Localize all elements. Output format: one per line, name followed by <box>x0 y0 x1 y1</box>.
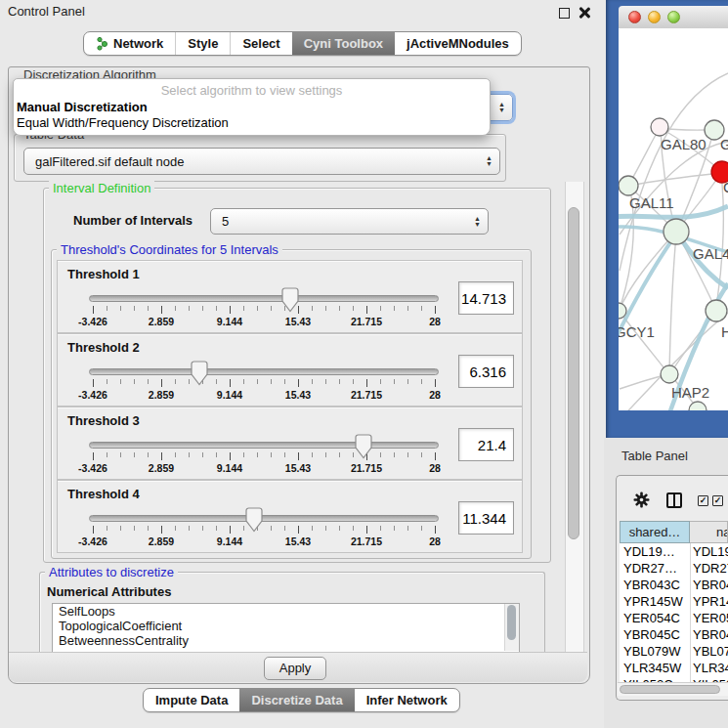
algorithm-option-equal-width[interactable]: Equal Width/Frequency Discretization <box>14 115 490 131</box>
threshold-value-field[interactable]: 6.316 <box>458 355 514 388</box>
cell-shared-name[interactable]: YBR043C <box>620 577 691 593</box>
cell-shared-name[interactable]: YER054C <box>620 610 691 626</box>
cell-name[interactable]: YLR345W <box>691 660 728 676</box>
zoom-traffic-light[interactable] <box>667 11 680 23</box>
close-icon[interactable] <box>578 7 590 19</box>
network-canvas[interactable]: GAL80GACGAL11GAL4GCY1HHAP2 <box>619 28 728 410</box>
tab-cyni-toolbox[interactable]: Cyni Toolbox <box>292 32 395 55</box>
table-row[interactable]: YDR27…YDR27… <box>620 560 728 577</box>
slider-handle[interactable] <box>191 361 208 386</box>
node-right-h[interactable] <box>706 300 727 321</box>
gear-icon[interactable] <box>633 492 650 508</box>
algorithm-option-manual[interactable]: Manual Discretization <box>14 100 490 115</box>
cell-shared-name[interactable]: YBR045C <box>620 626 691 643</box>
network-edge[interactable] <box>669 235 676 372</box>
table-row[interactable]: YBR045CYBR045C <box>620 626 728 643</box>
threshold-value-field[interactable]: 11.344 <box>458 501 514 535</box>
cell-shared-name[interactable]: YDL19… <box>620 543 691 560</box>
tab-label: Select <box>242 36 279 51</box>
network-window-titlebar[interactable] <box>619 6 728 29</box>
slider-handle[interactable] <box>245 507 263 533</box>
table-data-combobox[interactable]: galFiltered.sif default node ▲▼ <box>23 148 500 175</box>
tab-select[interactable]: Select <box>230 32 291 55</box>
node-gal4[interactable] <box>664 219 689 244</box>
cell-name[interactable]: YDR27… <box>691 560 728 577</box>
slider-track[interactable] <box>89 368 439 375</box>
tab-network[interactable]: Network <box>84 32 175 55</box>
cyni-bottom-tabs: Impute DataDiscretize DataInfer Network <box>143 688 460 712</box>
threshold-panel-1: Threshold 1-3.4262.8599.14415.4321.71528… <box>57 260 523 333</box>
slider-ticks <box>93 306 435 316</box>
slider-tick-labels: -3.4262.8599.14415.4321.71528 <box>93 316 435 327</box>
slider-ticks <box>93 379 435 389</box>
float-window-icon[interactable] <box>559 8 570 19</box>
number-of-intervals-combobox[interactable]: 5 ▲▼ <box>210 208 489 235</box>
attribute-list-item[interactable]: SelfLoops <box>53 604 519 619</box>
threshold-panel-2: Threshold 2-3.4262.8599.14415.4321.71528… <box>57 333 523 407</box>
cell-name[interactable]: YBL079W <box>691 643 728 660</box>
node-gal11[interactable] <box>619 176 638 195</box>
minimize-traffic-light[interactable] <box>648 11 661 23</box>
panel-scrollbar[interactable] <box>565 182 584 652</box>
threshold-label: Threshold 4 <box>67 487 140 501</box>
network-edge[interactable] <box>620 234 674 310</box>
cell-name[interactable]: YPR145W <box>691 593 728 610</box>
slider-tick-labels: -3.4262.8599.14415.4321.71528 <box>93 389 435 401</box>
bottom-tab-discretize-data[interactable]: Discretize Data <box>239 689 354 711</box>
tab-jactivemnodules[interactable]: jActiveMNodules <box>395 32 521 55</box>
stepper-arrows-icon: ▲▼ <box>494 102 512 113</box>
bottom-tab-impute-data[interactable]: Impute Data <box>144 689 239 711</box>
close-traffic-light[interactable] <box>628 11 641 23</box>
apply-button[interactable]: Apply <box>264 657 326 680</box>
table-row[interactable]: YLR345WYLR345W <box>620 660 728 676</box>
table-row[interactable]: YER054CYER054C <box>620 610 728 626</box>
column-header-shared-name[interactable]: shared… <box>620 521 690 543</box>
panel-scrollbar-thumb[interactable] <box>568 207 579 539</box>
checkbox-icon[interactable]: ✓ <box>712 495 723 506</box>
list-scrollbar-thumb[interactable] <box>507 605 516 640</box>
cell-shared-name[interactable]: YPR145W <box>620 593 691 610</box>
cell-name[interactable]: YER054C <box>691 610 728 626</box>
cell-shared-name[interactable]: YDR27… <box>620 560 691 577</box>
network-icon <box>96 36 108 51</box>
slider-tick-labels: -3.4262.8599.14415.4321.71528 <box>93 535 435 547</box>
list-scrollbar[interactable] <box>504 604 519 651</box>
table-row[interactable]: YDL19…YDL19… <box>620 543 728 560</box>
column-header-name[interactable]: name <box>690 521 728 543</box>
split-columns-icon[interactable] <box>666 492 682 508</box>
cell-shared-name[interactable]: YLR345W <box>620 660 691 676</box>
tab-label: Style <box>188 36 218 51</box>
bottom-tab-infer-network[interactable]: Infer Network <box>355 689 459 711</box>
threshold-label: Threshold 1 <box>67 267 140 281</box>
slider-track[interactable] <box>89 442 439 449</box>
cell-shared-name[interactable]: YBL079W <box>620 643 691 660</box>
slider-handle[interactable] <box>355 434 372 459</box>
table-horizontal-scrollbar[interactable] <box>618 682 728 696</box>
attribute-list-item[interactable]: BetweennessCentrality <box>53 633 519 648</box>
threshold-value-field[interactable]: 14.713 <box>458 281 514 315</box>
numerical-attributes-label: Numerical Attributes <box>47 584 171 599</box>
tab-style[interactable]: Style <box>175 32 230 55</box>
node-hap2[interactable] <box>661 365 678 383</box>
table-row[interactable]: YBL079WYBL079W <box>620 643 728 660</box>
table-row[interactable]: YPR145WYPR145W <box>620 593 728 610</box>
attribute-list-item[interactable]: TopologicalCoefficient <box>53 619 519 633</box>
slider-track[interactable] <box>89 515 439 522</box>
threshold-value-field[interactable]: 21.4 <box>458 428 514 461</box>
table-row[interactable]: YBR043CYBR043C <box>620 577 728 593</box>
control-panel-title: Control Panel <box>8 4 85 19</box>
slider-handle[interactable] <box>281 287 299 313</box>
cell-name[interactable]: YBR045C <box>691 626 728 643</box>
node-gal80[interactable] <box>651 118 668 136</box>
checkbox-icon[interactable]: ✓ <box>698 495 708 506</box>
cell-name[interactable]: YBR043C <box>691 577 728 593</box>
node-bottom-partial[interactable] <box>689 402 707 410</box>
control-panel-tabs: NetworkStyleSelectCyni ToolboxjActiveMNo… <box>83 31 522 56</box>
table-rows: YDL19…YDL19…YDR27…YDR27…YBR043CYBR043CYP… <box>620 543 728 682</box>
slider-tick-labels: -3.4262.8599.14415.4321.71528 <box>93 462 435 474</box>
network-edge[interactable] <box>629 173 720 186</box>
cell-name[interactable]: YDL19… <box>691 543 728 560</box>
slider-track[interactable] <box>89 295 439 302</box>
table-hscrollbar-thumb[interactable] <box>620 685 720 694</box>
numerical-attributes-list[interactable]: SelfLoopsTopologicalCoefficientBetweenne… <box>52 603 520 654</box>
